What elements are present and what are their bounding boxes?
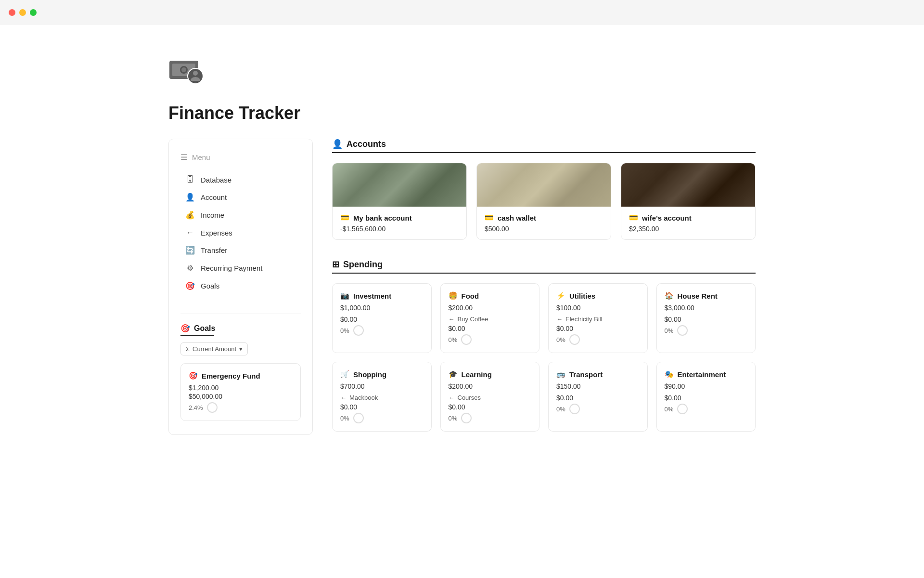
utilities-expense-name: Electricity Bill xyxy=(565,315,603,323)
food-expense-arrow: ← xyxy=(449,315,455,323)
sidebar-item-label-account: Account xyxy=(201,193,227,201)
account-icon: 👤 xyxy=(185,193,195,202)
account-balance-wife: $2,350.00 xyxy=(629,225,747,233)
accounts-underline xyxy=(332,152,756,153)
goal-progress-row: 2.4% xyxy=(189,402,293,413)
goal-progress-pct: 2.4% xyxy=(189,404,203,411)
spending-card-transport[interactable]: 🚌 Transport $150.00 $0.00 0% xyxy=(548,362,648,432)
content-area: 👤 Accounts 💳 My bank account -$1,565,600… xyxy=(332,139,756,432)
sidebar-item-label-goals: Goals xyxy=(201,282,219,290)
account-img-wallet xyxy=(477,163,611,207)
sidebar-item-label-transfer: Transfer xyxy=(201,246,227,254)
spending-card-food[interactable]: 🍔 Food $200.00 ← Buy Coffee $0.00 0% xyxy=(440,283,540,353)
sidebar-item-transfer[interactable]: 🔄 Transfer xyxy=(180,242,301,259)
utilities-used: $0.00 xyxy=(556,325,640,332)
investment-circle xyxy=(353,325,364,336)
house-rent-used: $0.00 xyxy=(665,315,748,323)
entertainment-budget: $90.00 xyxy=(665,382,748,390)
spending-title: Spending xyxy=(343,260,383,270)
spending-card-learning[interactable]: 🎓 Learning $200.00 ← Courses $0.00 0% xyxy=(440,362,540,432)
account-card-wife[interactable]: 💳 wife's account $2,350.00 xyxy=(621,163,756,240)
goals-icon: 🎯 xyxy=(180,324,190,333)
sidebar-item-income[interactable]: 💰 Income xyxy=(180,207,301,223)
entertainment-icon: 🎭 xyxy=(665,370,674,379)
shopping-used: $0.00 xyxy=(340,403,424,411)
progress-circle xyxy=(207,402,218,413)
spending-card-investment[interactable]: 📷 Investment $1,000.00 $0.00 0% xyxy=(332,283,432,353)
food-budget: $200.00 xyxy=(449,304,532,312)
sidebar-item-expenses[interactable]: ← Expenses xyxy=(180,224,301,241)
wallet-icon: 💳 xyxy=(485,213,494,222)
app-logo xyxy=(168,54,756,89)
svg-point-3 xyxy=(181,67,186,72)
goal-target-amount: $50,000.00 xyxy=(189,393,293,400)
chevron-down-icon: ▾ xyxy=(239,345,243,353)
learning-expense-row: ← Courses xyxy=(449,394,532,401)
spending-card-shopping[interactable]: 🛒 Shopping $700.00 ← Mackbook $0.00 0% xyxy=(332,362,432,432)
utilities-budget: $100.00 xyxy=(556,304,640,312)
account-card-bank[interactable]: 💳 My bank account -$1,565,600.00 xyxy=(332,163,467,240)
house-rent-budget: $3,000.00 xyxy=(665,304,748,312)
spending-title-utilities: ⚡ Utilities xyxy=(556,291,640,300)
spending-title-transport: 🚌 Transport xyxy=(556,370,640,379)
sidebar-item-label-database: Database xyxy=(201,176,231,184)
account-body-wife: 💳 wife's account $2,350.00 xyxy=(621,207,755,239)
goal-card-emergency: 🎯 Emergency Fund $1,200.00 $50,000.00 2.… xyxy=(180,363,301,421)
spending-title-investment: 📷 Investment xyxy=(340,291,424,300)
maximize-button[interactable] xyxy=(30,9,37,16)
learning-budget: $200.00 xyxy=(449,382,532,390)
spending-card-utilities[interactable]: ⚡ Utilities $100.00 ← Electricity Bill $… xyxy=(548,283,648,353)
learning-expense-arrow: ← xyxy=(449,394,455,401)
close-button[interactable] xyxy=(9,9,15,16)
accounts-header: 👤 Accounts xyxy=(332,139,756,149)
sidebar-item-goals[interactable]: 🎯 Goals xyxy=(180,277,301,294)
utilities-circle xyxy=(569,334,580,345)
food-expense-name: Buy Coffee xyxy=(458,315,488,323)
shopping-expense-name: Mackbook xyxy=(349,394,378,401)
recurring-icon: ⚙ xyxy=(185,263,195,273)
current-amount-filter[interactable]: Σ Current Amount ▾ xyxy=(180,342,248,355)
learning-used: $0.00 xyxy=(449,403,532,411)
svg-point-4 xyxy=(188,68,203,84)
transport-circle xyxy=(569,404,580,414)
utilities-expense-row: ← Electricity Bill xyxy=(556,315,640,323)
accounts-icon: 👤 xyxy=(332,139,343,149)
goals-section: 🎯 Goals Σ Current Amount ▾ 🎯 Emergency F… xyxy=(180,314,301,421)
minimize-button[interactable] xyxy=(19,9,26,16)
sidebar-item-account[interactable]: 👤 Account xyxy=(180,189,301,206)
spending-card-house-rent[interactable]: 🏠 House Rent $3,000.00 $0.00 0% xyxy=(656,283,756,353)
entertainment-used: $0.00 xyxy=(665,394,748,402)
menu-label: Menu xyxy=(192,153,210,161)
account-balance-bank: -$1,565,600.00 xyxy=(340,225,459,233)
transport-progress: 0% xyxy=(556,404,640,414)
menu-header: ☰ Menu xyxy=(180,153,301,162)
spending-title-shopping: 🛒 Shopping xyxy=(340,370,424,379)
filter-label: Current Amount xyxy=(192,345,236,353)
sidebar-item-database[interactable]: 🗄 Database xyxy=(180,171,301,188)
titlebar xyxy=(0,0,924,25)
transport-icon: 🚌 xyxy=(556,370,565,379)
page: Finance Tracker ☰ Menu 🗄 Database 👤 Acco… xyxy=(125,25,799,464)
svg-point-5 xyxy=(193,71,198,76)
food-progress: 0% xyxy=(449,334,532,345)
accounts-row: 💳 My bank account -$1,565,600.00 💳 cash … xyxy=(332,163,756,240)
account-card-wallet[interactable]: 💳 cash wallet $500.00 xyxy=(476,163,611,240)
sidebar-item-label-recurring: Recurring Payment xyxy=(201,264,262,272)
main-row: ☰ Menu 🗄 Database 👤 Account 💰 Income ← E… xyxy=(168,139,756,435)
investment-budget: $1,000.00 xyxy=(340,304,424,312)
spending-title-entertainment: 🎭 Entertainment xyxy=(665,370,748,379)
entertainment-circle xyxy=(677,404,688,414)
food-used: $0.00 xyxy=(449,325,532,332)
spending-card-entertainment[interactable]: 🎭 Entertainment $90.00 $0.00 0% xyxy=(656,362,756,432)
spending-icon: ⊞ xyxy=(332,259,339,270)
transport-budget: $150.00 xyxy=(556,382,640,390)
expenses-icon: ← xyxy=(185,228,195,237)
goal-icon: 🎯 xyxy=(189,371,198,380)
shopping-progress: 0% xyxy=(340,413,424,423)
account-img-bank xyxy=(333,163,466,207)
sidebar-item-recurring[interactable]: ⚙ Recurring Payment xyxy=(180,260,301,276)
spending-grid: 📷 Investment $1,000.00 $0.00 0% 🍔 Food xyxy=(332,283,756,432)
investment-icon: 📷 xyxy=(340,291,349,300)
sidebar-item-label-expenses: Expenses xyxy=(201,229,232,237)
shopping-expense-arrow: ← xyxy=(340,394,346,401)
